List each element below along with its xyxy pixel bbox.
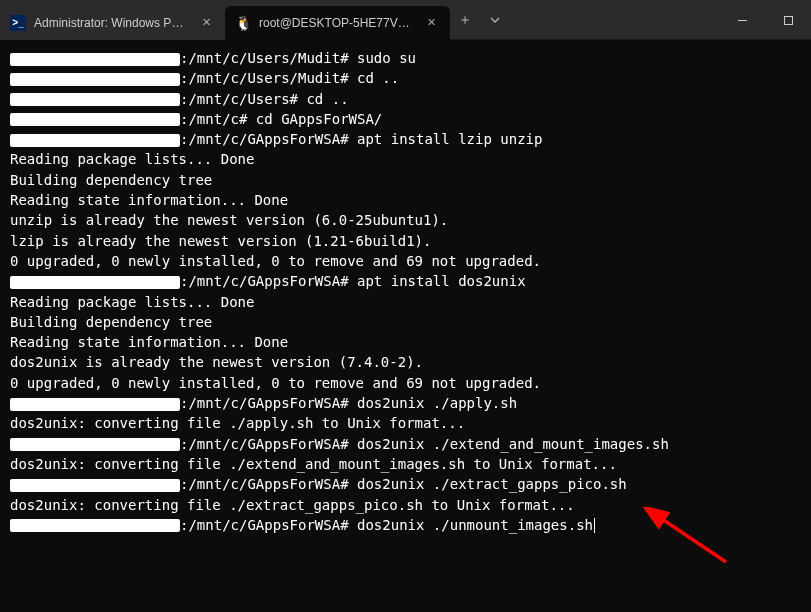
redacted-hostname xyxy=(10,113,180,126)
terminal-line: Reading package lists... Done xyxy=(10,149,801,169)
window-titlebar: >_ Administrator: Windows PowerS ✕ 🐧 roo… xyxy=(0,0,811,40)
terminal-line: :/mnt/c/GAppsForWSA# dos2unix ./extend_a… xyxy=(10,434,801,454)
terminal-line: unzip is already the newest version (6.0… xyxy=(10,210,801,230)
terminal-line: lzip is already the newest version (1.21… xyxy=(10,231,801,251)
tab-wsl[interactable]: 🐧 root@DESKTOP-5HE77VO: /mn ✕ xyxy=(225,6,450,40)
redacted-hostname xyxy=(10,134,180,147)
terminal-line: dos2unix: converting file ./apply.sh to … xyxy=(10,413,801,433)
redacted-hostname xyxy=(10,93,180,106)
terminal-line: Building dependency tree xyxy=(10,170,801,190)
window-controls xyxy=(719,0,811,39)
tux-icon: 🐧 xyxy=(235,15,251,31)
terminal-line: dos2unix: converting file ./extract_gapp… xyxy=(10,495,801,515)
terminal-line: :/mnt/c/Users/Mudit# sudo su xyxy=(10,48,801,68)
redacted-hostname xyxy=(10,398,180,411)
close-tab-icon[interactable]: ✕ xyxy=(422,14,440,32)
maximize-button[interactable] xyxy=(765,0,811,40)
terminal-line: :/mnt/c/GAppsForWSA# dos2unix ./extract_… xyxy=(10,474,801,494)
terminal-line: Reading state information... Done xyxy=(10,190,801,210)
redacted-hostname xyxy=(10,276,180,289)
terminal-line: :/mnt/c# cd GAppsForWSA/ xyxy=(10,109,801,129)
terminal-line: :/mnt/c/GAppsForWSA# apt install dos2uni… xyxy=(10,271,801,291)
minimize-button[interactable] xyxy=(719,0,765,40)
terminal-line: :/mnt/c/GAppsForWSA# apt install lzip un… xyxy=(10,129,801,149)
powershell-icon: >_ xyxy=(10,15,26,31)
tab-label: Administrator: Windows PowerS xyxy=(34,16,189,30)
redacted-hostname xyxy=(10,73,180,86)
tab-label: root@DESKTOP-5HE77VO: /mn xyxy=(259,16,414,30)
redacted-hostname xyxy=(10,519,180,532)
terminal-line: Building dependency tree xyxy=(10,312,801,332)
svg-rect-1 xyxy=(784,16,792,24)
redacted-hostname xyxy=(10,53,180,66)
text-cursor xyxy=(594,518,595,533)
terminal-line: Reading package lists... Done xyxy=(10,292,801,312)
terminal-line: :/mnt/c/GAppsForWSA# dos2unix ./unmount_… xyxy=(10,515,801,535)
terminal-line: 0 upgraded, 0 newly installed, 0 to remo… xyxy=(10,373,801,393)
terminal-line: :/mnt/c/Users# cd .. xyxy=(10,89,801,109)
new-tab-button[interactable]: ＋ xyxy=(450,5,480,35)
terminal-line: :/mnt/c/GAppsForWSA# dos2unix ./apply.sh xyxy=(10,393,801,413)
tab-dropdown-button[interactable] xyxy=(480,5,510,35)
terminal-line: Reading state information... Done xyxy=(10,332,801,352)
terminal-line: 0 upgraded, 0 newly installed, 0 to remo… xyxy=(10,251,801,271)
close-tab-icon[interactable]: ✕ xyxy=(197,14,215,32)
terminal-content[interactable]: :/mnt/c/Users/Mudit# sudo su:/mnt/c/User… xyxy=(0,40,811,543)
tab-powershell[interactable]: >_ Administrator: Windows PowerS ✕ xyxy=(0,6,225,40)
terminal-line: dos2unix is already the newest version (… xyxy=(10,352,801,372)
terminal-line: dos2unix: converting file ./extend_and_m… xyxy=(10,454,801,474)
terminal-line: :/mnt/c/Users/Mudit# cd .. xyxy=(10,68,801,88)
redacted-hostname xyxy=(10,479,180,492)
redacted-hostname xyxy=(10,438,180,451)
